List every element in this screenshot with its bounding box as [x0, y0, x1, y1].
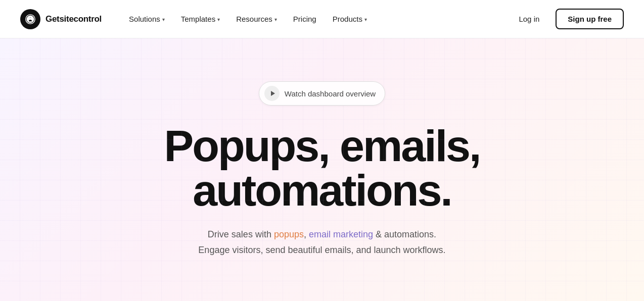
hero-headline: Popups, emails, automations.: [164, 124, 480, 213]
watch-dashboard-button[interactable]: Watch dashboard overview: [259, 81, 385, 106]
nav-item-resources[interactable]: Resources ▾: [229, 11, 284, 27]
watch-badge-label: Watch dashboard overview: [285, 89, 376, 98]
nav-links: Solutions ▾ Templates ▾ Resources ▾ Pric…: [122, 11, 511, 27]
svg-marker-1: [271, 91, 275, 96]
subtext-line2: Engage visitors, send beautiful emails, …: [198, 245, 445, 255]
brand-name: Getsitecontrol: [45, 14, 102, 24]
play-icon: [264, 86, 280, 101]
nav-item-templates[interactable]: Templates ▾: [174, 11, 227, 27]
hero-subtext: Drive sales with popups, email marketing…: [198, 227, 445, 258]
chevron-down-icon: ▾: [217, 17, 220, 22]
logo-link[interactable]: Getsitecontrol: [20, 9, 102, 29]
hero-section: Watch dashboard overview Popups, emails,…: [0, 38, 644, 301]
signup-button[interactable]: Sign up free: [556, 9, 624, 29]
navbar: Getsitecontrol Solutions ▾ Templates ▾ R…: [0, 0, 644, 38]
logo-icon: [20, 9, 40, 29]
nav-item-products[interactable]: Products ▾: [326, 11, 374, 27]
nav-item-solutions[interactable]: Solutions ▾: [122, 11, 172, 27]
nav-item-pricing[interactable]: Pricing: [286, 11, 324, 27]
subtext-line1: Drive sales with popups, email marketing…: [208, 229, 436, 239]
login-button[interactable]: Log in: [511, 11, 547, 27]
chevron-down-icon: ▾: [364, 17, 367, 22]
nav-actions: Log in Sign up free: [511, 9, 624, 29]
chevron-down-icon: ▾: [274, 17, 277, 22]
chevron-down-icon: ▾: [162, 17, 165, 22]
